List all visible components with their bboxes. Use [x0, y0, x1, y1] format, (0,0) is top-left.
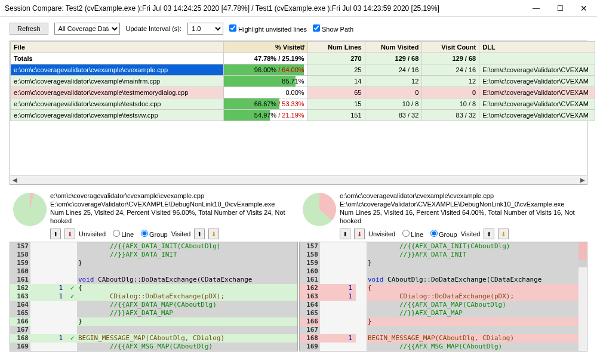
- pie-right: [303, 193, 336, 226]
- refresh-button[interactable]: Refresh: [10, 23, 48, 35]
- showpath-check[interactable]: Show Path: [313, 24, 353, 33]
- pane-left-stats: Num Lines 25, Visited 24, Percent Visite…: [50, 208, 298, 225]
- splitter[interactable]: [0, 187, 597, 189]
- pie-left: [13, 193, 47, 226]
- table-row[interactable]: e:\om\c\coveragevalidator\cvexample\test…: [11, 110, 595, 121]
- group-radio[interactable]: Group: [427, 230, 457, 238]
- highlight-check[interactable]: Highlight unvisited lines: [229, 24, 307, 33]
- interval-label: Update Interval (s):: [126, 25, 182, 32]
- table-hscroll[interactable]: ◀ ▶: [10, 175, 587, 184]
- file-table: File % Visited▽ Num Lines Num Visited Vi…: [10, 41, 587, 185]
- code-right[interactable]: 1571581591601611621631641651661671681691…: [299, 242, 587, 351]
- line-radio[interactable]: Line: [399, 230, 423, 238]
- titlebar: Session Compare: Test2 (cvExample.exe ):…: [0, 0, 597, 17]
- nav-down-unvisited-button[interactable]: ⬇: [64, 229, 75, 239]
- group-radio[interactable]: Group: [137, 230, 168, 238]
- sort-desc-icon: ▽: [300, 44, 305, 51]
- toolbar: Refresh All Coverage Data Update Interva…: [0, 17, 597, 41]
- code-left[interactable]: 1571581591601611621631641651661671681691…: [10, 242, 298, 351]
- nav-down-unvisited-button[interactable]: ⬇: [354, 229, 365, 239]
- col-pct-visited[interactable]: % Visited▽: [223, 42, 307, 53]
- nav-up-visited-button[interactable]: ⬆: [484, 229, 494, 239]
- unvisited-label: Unvisited: [79, 230, 106, 237]
- table-row[interactable]: e:\om\c\coveragevalidator\cvexample\test…: [11, 98, 595, 110]
- table-row[interactable]: e:\om\c\coveragevalidator\cvexample\cvex…: [11, 64, 595, 76]
- vscroll-right[interactable]: [578, 242, 587, 351]
- highlight-checkbox[interactable]: [229, 24, 236, 32]
- interval-select[interactable]: 1.0: [187, 23, 223, 35]
- pane-right-path: e:\om\c\coveragevalidator\cvexample\cvex…: [340, 192, 587, 200]
- nav-up-visited-button[interactable]: ⬆: [194, 229, 205, 239]
- pane-left: e:\om\c\coveragevalidator\cvexample\cvex…: [10, 192, 298, 351]
- coverage-select[interactable]: All Coverage Data: [54, 23, 120, 35]
- pane-right-exe: E:\om\c\coverageValidator\CVEXAMPLE\Debu…: [340, 200, 587, 208]
- pane-right-stats: Num Lines 25, Visited 16, Percent Visite…: [340, 208, 587, 225]
- pane-right: e:\om\c\coveragevalidator\cvexample\cvex…: [299, 192, 587, 351]
- nav-up-unvisited-button[interactable]: ⬆: [340, 229, 350, 239]
- pane-left-exe: E:\om\c\coverageValidator\CVEXAMPLE\Debu…: [50, 200, 298, 208]
- col-dll[interactable]: DLL: [479, 42, 595, 53]
- nav-down-visited-button[interactable]: ⬇: [208, 229, 219, 239]
- col-file[interactable]: File: [11, 42, 224, 53]
- col-visit-count[interactable]: Visit Count: [422, 42, 479, 53]
- close-button[interactable]: ✕: [572, 1, 596, 16]
- line-radio[interactable]: Line: [109, 230, 134, 238]
- showpath-checkbox[interactable]: [313, 24, 320, 32]
- nav-down-visited-button[interactable]: ⬇: [498, 229, 509, 239]
- table-row[interactable]: e:\om\c\coveragevalidator\cvexample\main…: [11, 76, 595, 87]
- scroll-left-icon[interactable]: ◀: [10, 176, 19, 185]
- minimize-button[interactable]: —: [524, 1, 548, 16]
- col-num-visited[interactable]: Num Visited: [365, 42, 422, 53]
- table-row[interactable]: e:\om\c\coveragevalidator\cvexample\test…: [11, 87, 595, 98]
- visited-label: Visited: [171, 230, 191, 237]
- window-title: Session Compare: Test2 (cvExample.exe ):…: [5, 4, 524, 13]
- maximize-button[interactable]: ☐: [548, 1, 572, 16]
- col-num-lines[interactable]: Num Lines: [307, 42, 365, 53]
- pane-left-path: e:\om\c\coveragevalidator\cvexample\cvex…: [50, 192, 298, 200]
- nav-up-unvisited-button[interactable]: ⬆: [50, 229, 61, 239]
- scroll-right-icon[interactable]: ▶: [578, 176, 587, 185]
- totals-row: Totals 47.78% / 25.19% 270 129 / 68 129 …: [11, 53, 595, 64]
